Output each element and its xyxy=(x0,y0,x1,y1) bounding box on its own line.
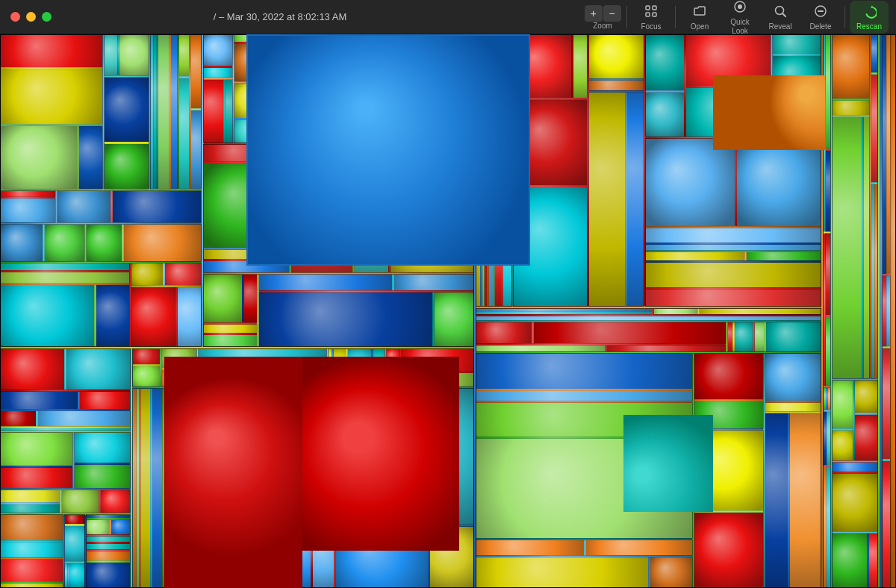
rescan-button[interactable]: Rescan xyxy=(850,1,889,34)
focus-button[interactable]: Focus xyxy=(632,1,671,34)
focus-icon xyxy=(644,4,659,21)
delete-icon xyxy=(813,4,828,21)
svg-rect-1 xyxy=(653,6,656,10)
toolbar-separator-2 xyxy=(675,6,676,28)
svg-line-7 xyxy=(783,14,786,17)
treemap-visualization xyxy=(0,34,896,588)
svg-rect-0 xyxy=(646,6,650,10)
titlebar: / – Mar 30, 2022 at 8:02:13 AM + − Zoom … xyxy=(0,0,896,34)
toolbar-separator xyxy=(626,6,627,28)
focus-label: Focus xyxy=(641,22,661,31)
open-icon xyxy=(692,4,707,21)
zoom-button[interactable]: + − Zoom xyxy=(583,1,622,34)
svg-rect-3 xyxy=(653,13,656,16)
reveal-button[interactable]: Reveal xyxy=(761,1,800,34)
reveal-icon xyxy=(773,4,788,21)
zoom-label: Zoom xyxy=(593,22,612,31)
quicklook-icon xyxy=(732,0,747,16)
rescan-label: Rescan xyxy=(856,22,882,31)
toolbar-separator-3 xyxy=(844,6,845,28)
svg-rect-2 xyxy=(646,13,650,16)
toolbar: + − Zoom Focus xyxy=(583,1,896,34)
zoom-in-button[interactable]: + xyxy=(585,5,603,22)
delete-label: Delete xyxy=(810,22,832,31)
svg-point-5 xyxy=(738,4,742,9)
open-label: Open xyxy=(691,22,709,31)
open-button[interactable]: Open xyxy=(680,1,719,34)
reveal-label: Reveal xyxy=(768,22,791,31)
delete-button[interactable]: Delete xyxy=(801,1,840,34)
window-title: / – Mar 30, 2022 at 8:02:13 AM xyxy=(0,11,583,22)
quicklook-button[interactable]: Quick Look xyxy=(721,1,759,34)
rescan-icon xyxy=(862,4,877,21)
quicklook-label: Quick Look xyxy=(722,18,758,36)
treemap-canvas-area xyxy=(0,34,896,588)
zoom-out-button[interactable]: − xyxy=(603,5,621,22)
